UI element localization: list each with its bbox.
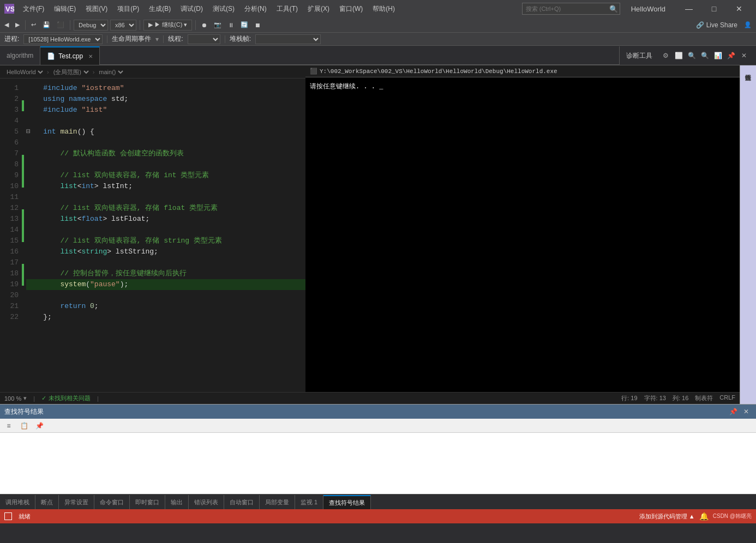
live-share-button[interactable]: 🔗 Live Share <box>696 21 737 29</box>
find-results-pin-btn[interactable]: 📌 <box>728 406 739 417</box>
global-scope-select[interactable]: (全局范围) <box>51 68 91 76</box>
notification-icon[interactable]: 🔔 <box>699 512 709 521</box>
tab-exceptions[interactable]: 异常设置 <box>59 495 94 509</box>
search-input[interactable] <box>522 3 620 15</box>
code-editor: HelloWorld › (全局范围) › main() <box>0 65 305 392</box>
tab-test-cpp[interactable]: 📄 Test.cpp ✕ <box>40 46 100 65</box>
tab-callstack[interactable]: 调用堆栈 <box>0 495 35 509</box>
diag-settings-btn[interactable]: ⚙ <box>660 50 671 61</box>
forward-btn[interactable]: ▶ <box>13 20 22 29</box>
tab-close-icon[interactable]: ✕ <box>88 53 93 59</box>
sep4 <box>195 20 196 30</box>
record-btn[interactable]: ⏺ <box>199 21 209 29</box>
menu-test[interactable]: 测试(S) <box>208 3 239 15</box>
menu-analyze[interactable]: 分析(N) <box>240 3 271 15</box>
pause-btn[interactable]: ⏸ <box>226 21 236 29</box>
status-right-area: 添加到源代码管理 ▲ 🔔 CSDN @韩曙亮 <box>639 512 752 521</box>
tab-find-symbol-results[interactable]: 查找符号结果 <box>323 495 371 509</box>
profile-btn[interactable]: 👤 <box>742 20 754 29</box>
undo-btn[interactable]: ↩ <box>29 20 38 29</box>
tab-exceptions-label: 异常设置 <box>64 498 88 506</box>
fr-copy-btn[interactable]: 📋 <box>17 420 31 432</box>
find-results-panel: 查找符号结果 📌 ✕ ≡ 📋 📌 <box>0 404 756 494</box>
fr-list-btn[interactable]: ≡ <box>2 420 15 432</box>
diag-toolbar: ⚙ ⬜ 🔍 🔍 📊 📌 ✕ <box>660 50 749 61</box>
zoom-control[interactable]: 100 % ▾ <box>4 395 27 402</box>
dbg-sep2 <box>163 35 164 43</box>
code-content[interactable]: 1234 5678 9101112 13141516 17181920 2122 <box>0 79 305 392</box>
function-select[interactable]: main() <box>97 68 125 76</box>
stop-btn[interactable]: ⏹ <box>253 21 263 29</box>
fr-pin-btn[interactable]: 📌 <box>33 420 46 432</box>
menu-project[interactable]: 项目(P) <box>113 3 143 15</box>
live-share-label: Live Share <box>706 21 737 29</box>
code-text[interactable]: #include "iostream" using namespace std;… <box>22 79 305 392</box>
diag-export-btn[interactable]: ⬜ <box>673 50 684 61</box>
restart-btn[interactable]: 🔄 <box>238 20 250 29</box>
line-8 <box>26 159 305 170</box>
menu-tools[interactable]: 工具(T) <box>272 3 302 15</box>
find-results-close-btn[interactable]: ✕ <box>741 406 752 417</box>
title-bar-left: VS 文件(F) 编辑(E) 视图(V) 项目(P) 生成(B) 调试(D) 测… <box>4 3 399 15</box>
process-dropdown[interactable]: [10528] HelloWorld.exe <box>23 34 103 44</box>
menu-window[interactable]: 窗口(W) <box>335 3 367 15</box>
tab-locals[interactable]: 局部变量 <box>260 495 295 509</box>
snapshot-btn[interactable]: 📷 <box>212 20 224 29</box>
tab-algorithm[interactable]: algorithm <box>0 46 40 65</box>
tab-info: 制表符 <box>695 394 713 402</box>
green-line-3 <box>22 100 24 111</box>
menu-debug[interactable]: 调试(D) <box>176 3 207 15</box>
no-issues-label: 未找到相关问题 <box>49 394 91 402</box>
add-source-control[interactable]: 添加到源代码管理 ▲ <box>639 512 695 521</box>
tab-errors[interactable]: 错误列表 <box>189 495 224 509</box>
menu-file[interactable]: 文件(F) <box>19 3 49 15</box>
config-dropdown[interactable]: Debug <box>74 20 108 31</box>
app-title: HelloWorld <box>625 5 672 13</box>
tab-breakpoints-label: 断点 <box>41 498 53 506</box>
file-icon: 📄 <box>47 52 55 60</box>
sep3 <box>140 20 140 30</box>
tab-immediate[interactable]: 即时窗口 <box>130 495 165 509</box>
search-wrap: 🔍 <box>522 3 620 15</box>
diag-close-btn[interactable]: ✕ <box>739 50 749 61</box>
arch-dropdown[interactable]: x86 <box>110 20 136 31</box>
tab-watch1[interactable]: 监视 1 <box>295 495 323 509</box>
back-btn[interactable]: ◀ <box>2 20 11 29</box>
tab-callstack-label: 调用堆栈 <box>5 498 29 506</box>
process-label: 进程: <box>4 34 19 44</box>
diag-side-panel[interactable]: 性能探查器 <box>740 65 756 404</box>
menu-extensions[interactable]: 扩展(X) <box>303 3 334 15</box>
line-5: ⊟ int main() { <box>26 126 305 137</box>
line-10: list<int> lstInt; <box>26 181 305 192</box>
main-toolbar: ◀ ▶ ↩ 💾 ⬛ Debug x86 ▶ ▶ 继续(C) ▾ ⏺ 📷 ⏸ 🔄 … <box>0 17 756 33</box>
sep1 <box>25 20 26 30</box>
tab-output[interactable]: 输出 <box>165 495 189 509</box>
callstack-dropdown[interactable] <box>255 34 321 44</box>
maximize-button[interactable]: □ <box>701 0 727 17</box>
diag-zoom-in-btn[interactable]: 🔍 <box>686 50 697 61</box>
minimize-button[interactable]: — <box>676 0 701 17</box>
menu-edit[interactable]: 编辑(E) <box>50 3 80 15</box>
close-button[interactable]: ✕ <box>727 0 752 17</box>
menu-help[interactable]: 帮助(H) <box>368 3 399 15</box>
save-all-btn[interactable]: ⬛ <box>55 20 67 29</box>
console-title-bar: ⬛ Y:\002_WorkSpace\002_VS\HelloWorld\Hel… <box>305 65 740 77</box>
editor-diag-row: HelloWorld › (全局范围) › main() <box>0 65 756 404</box>
tab-breakpoints[interactable]: 断点 <box>35 495 59 509</box>
diag-chart-btn[interactable]: 📊 <box>712 50 723 61</box>
menu-build[interactable]: 生成(B) <box>145 3 175 15</box>
tab-command[interactable]: 命令窗口 <box>94 495 130 509</box>
tab-auto[interactable]: 自动窗口 <box>224 495 260 509</box>
file-scope-select[interactable]: HelloWorld <box>4 68 45 76</box>
continue-button[interactable]: ▶ ▶ 继续(C) ▾ <box>143 20 192 31</box>
thread-dropdown[interactable] <box>188 34 220 44</box>
diag-zoom-out-btn[interactable]: 🔍 <box>699 50 710 61</box>
continue-label: ▶ 继续(C) ▾ <box>154 21 187 29</box>
live-share-icon: 🔗 <box>696 21 704 29</box>
menu-view[interactable]: 视图(V) <box>81 3 112 15</box>
editor-status-bar: 100 % ▾ | ✓ 未找到相关问题 | 行: 19 字符: 13 列: 16… <box>0 392 740 404</box>
breadcrumb-sep2: › <box>93 69 95 75</box>
save-btn[interactable]: 💾 <box>40 20 52 29</box>
diag-pin-btn[interactable]: 📌 <box>725 50 736 61</box>
tab-locals-label: 局部变量 <box>265 498 289 506</box>
